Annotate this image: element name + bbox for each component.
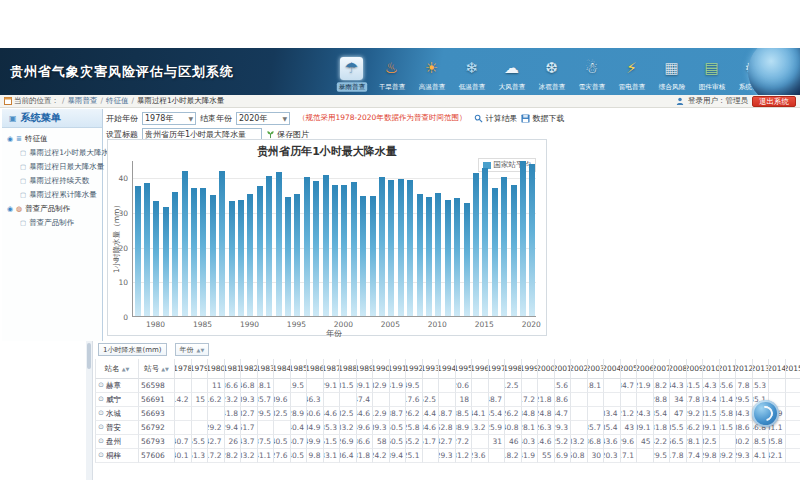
col-header-year[interactable]: 2003 bbox=[588, 359, 605, 379]
value-cell bbox=[340, 393, 357, 407]
col-header-year[interactable]: 1989 bbox=[357, 359, 374, 379]
col-header-year[interactable]: 2013 bbox=[753, 359, 770, 379]
col-header-year[interactable]: 1994 bbox=[439, 359, 456, 379]
low-temp-icon: ❄ bbox=[460, 57, 483, 80]
scrollbar-thumb[interactable] bbox=[87, 343, 91, 369]
breadcrumb-link[interactable]: 暴雨普查 bbox=[68, 96, 98, 105]
sidebar-group-2[interactable]: ◉◍普查产品制作 bbox=[2, 202, 102, 216]
col-header-year[interactable]: 2015 bbox=[786, 359, 800, 379]
table-left-scrollbar[interactable] bbox=[86, 341, 93, 480]
nav-item-9[interactable]: ▦综合风险 bbox=[654, 57, 689, 92]
col-header-year[interactable]: 2008 bbox=[670, 359, 687, 379]
col-header-year[interactable]: 1997 bbox=[489, 359, 506, 379]
col-header-year[interactable]: 1987 bbox=[324, 359, 341, 379]
sidebar-item[interactable]: ▢暴雨过程日最大降水量 bbox=[2, 160, 102, 174]
value-cell: 44.3 bbox=[670, 379, 687, 393]
nav-item-label: 雷电普查 bbox=[618, 82, 645, 92]
end-year-select[interactable]: 2020年 ▼ bbox=[236, 112, 290, 125]
nav-item-10[interactable]: ▤图件审核 bbox=[694, 57, 729, 92]
col-header-year[interactable]: 1986 bbox=[307, 359, 324, 379]
breadcrumb-link[interactable]: 特征值 bbox=[106, 96, 129, 105]
col-header-year[interactable]: 1979 bbox=[192, 359, 209, 379]
col-header-year[interactable]: 2000 bbox=[538, 359, 555, 379]
col-header-year[interactable]: 1984 bbox=[274, 359, 291, 379]
col-header-year[interactable]: 2010 bbox=[703, 359, 720, 379]
nav-item-4[interactable]: ❄低温普查 bbox=[454, 57, 489, 92]
col-header-year[interactable]: 2001 bbox=[555, 359, 572, 379]
col-header-year[interactable]: 1978 bbox=[175, 359, 192, 379]
year-sort-button[interactable]: 年份 ▲▼ bbox=[175, 343, 210, 356]
col-header-year[interactable]: 2012 bbox=[736, 359, 753, 379]
floating-badge-icon[interactable] bbox=[752, 400, 779, 427]
nav-item-1[interactable]: ☂暴雨普查 bbox=[334, 57, 369, 92]
start-year-select[interactable]: 1978年 ▼ bbox=[142, 112, 196, 125]
col-header-year[interactable]: 1998 bbox=[505, 359, 522, 379]
col-header-year[interactable]: 1985 bbox=[291, 359, 308, 379]
station-name-cell[interactable]: ⊙威宁 bbox=[95, 393, 139, 407]
expand-icon[interactable]: ◉ bbox=[7, 206, 13, 213]
col-header-station-id[interactable]: 站号▲▼ bbox=[139, 359, 175, 379]
nav-item-label: 图件审核 bbox=[698, 82, 725, 92]
calculate-button[interactable]: 计算结果 bbox=[474, 113, 517, 124]
sidebar-item[interactable]: ▢暴雨过程累计降水量 bbox=[2, 188, 102, 202]
station-name-cell[interactable]: ⊙水城 bbox=[95, 407, 139, 421]
nav-item-5[interactable]: ☁大风普查 bbox=[494, 57, 529, 92]
col-header-year[interactable]: 2009 bbox=[687, 359, 704, 379]
col-header-year[interactable]: 2011 bbox=[720, 359, 737, 379]
radio-icon[interactable]: ⊙ bbox=[98, 410, 104, 417]
breadcrumb-link[interactable]: 暴雨过程1小时最大降水量 bbox=[137, 96, 224, 105]
logout-button[interactable]: 退出系统 bbox=[752, 96, 796, 107]
col-header-year[interactable]: 1990 bbox=[373, 359, 390, 379]
download-button[interactable]: 数据下载 bbox=[521, 113, 564, 124]
col-header-year[interactable]: 1999 bbox=[522, 359, 539, 379]
station-name-cell[interactable]: ⊙普安 bbox=[95, 421, 139, 435]
col-header-year[interactable]: 1981 bbox=[225, 359, 242, 379]
col-header-year[interactable]: 1991 bbox=[390, 359, 407, 379]
col-header-year[interactable]: 1983 bbox=[258, 359, 275, 379]
radio-icon[interactable]: ⊙ bbox=[98, 396, 104, 403]
col-header-year[interactable]: 1995 bbox=[456, 359, 473, 379]
nav-item-3[interactable]: ☀高温普查 bbox=[414, 57, 449, 92]
chart-bar bbox=[257, 186, 263, 316]
value-cell bbox=[175, 407, 192, 421]
radio-icon[interactable]: ⊙ bbox=[98, 382, 104, 389]
sort-arrows-icon[interactable]: ▲▼ bbox=[161, 366, 169, 372]
col-header-year[interactable]: 2005 bbox=[621, 359, 638, 379]
station-name-cell[interactable]: ⊙桐梓 bbox=[95, 449, 139, 463]
col-header-year[interactable]: 1988 bbox=[340, 359, 357, 379]
sidebar-item[interactable]: ▢暴雨过程持续天数 bbox=[2, 174, 102, 188]
station-name-cell[interactable]: ⊙赫章 bbox=[95, 379, 139, 393]
col-header-year[interactable]: 1996 bbox=[472, 359, 489, 379]
table-row: ⊙水城5669341.832.729.532.528.960.644.632.5… bbox=[95, 407, 800, 421]
chart-plot bbox=[132, 161, 536, 317]
sidebar-group-1[interactable]: ◉≣特征值 bbox=[2, 132, 102, 146]
col-header-station-name[interactable]: 站名▲▼ bbox=[95, 359, 139, 379]
radio-icon[interactable]: ⊙ bbox=[98, 452, 104, 459]
col-header-year[interactable]: 2014 bbox=[769, 359, 786, 379]
sort-arrows-icon[interactable]: ▲▼ bbox=[122, 366, 130, 372]
value-cell bbox=[472, 393, 489, 407]
metric-select-button[interactable]: 1小时降水量(mm) bbox=[98, 343, 167, 356]
col-header-year[interactable]: 1982 bbox=[241, 359, 258, 379]
col-header-year[interactable]: 2002 bbox=[571, 359, 588, 379]
col-header-year[interactable]: 1992 bbox=[406, 359, 423, 379]
save-image-button[interactable]: 保存图片 bbox=[266, 129, 309, 140]
nav-item-2[interactable]: ♨干旱普查 bbox=[374, 57, 409, 92]
radio-icon[interactable]: ⊙ bbox=[98, 424, 104, 431]
radio-icon[interactable]: ⊙ bbox=[98, 438, 104, 445]
col-header-year[interactable]: 1980 bbox=[208, 359, 225, 379]
col-header-year[interactable]: 2004 bbox=[604, 359, 621, 379]
sidebar-item[interactable]: ▢普查产品制作 bbox=[2, 216, 102, 230]
expand-icon[interactable]: ◉ bbox=[7, 136, 13, 143]
sidebar-item[interactable]: ▢暴雨过程1小时最大降水量 bbox=[2, 146, 102, 160]
col-header-year[interactable]: 2007 bbox=[654, 359, 671, 379]
nav-item-8[interactable]: ⚡雷电普查 bbox=[614, 57, 649, 92]
value-cell: 38.9 bbox=[456, 421, 473, 435]
nav-item-7[interactable]: ☃雪灾普查 bbox=[574, 57, 609, 92]
col-header-year[interactable]: 1993 bbox=[423, 359, 440, 379]
value-cell bbox=[439, 393, 456, 407]
col-header-year[interactable]: 2006 bbox=[637, 359, 654, 379]
nav-item-6[interactable]: ❆冰雹普查 bbox=[534, 57, 569, 92]
station-name-cell[interactable]: ⊙盘州 bbox=[95, 435, 139, 449]
value-cell: 42.1 bbox=[769, 449, 786, 463]
